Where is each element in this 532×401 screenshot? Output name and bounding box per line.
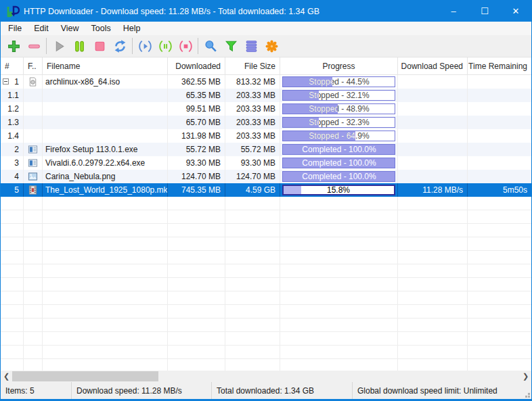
progress-cell: Stopped - 64.9%Stopped - 64.9% xyxy=(280,129,398,143)
filename-cell: The_Lost_World_1925_1080p.mkv xyxy=(43,183,168,197)
scroll-right-arrow[interactable]: ❯ xyxy=(520,371,531,382)
column-header-filename[interactable]: Filename xyxy=(43,57,168,74)
pause-button[interactable] xyxy=(69,37,89,55)
file-type-icon xyxy=(24,129,43,143)
menu-item-tools[interactable]: Tools xyxy=(85,22,117,35)
status-section-2: Total downloaded: 1.34 GB xyxy=(212,382,353,399)
column-header-f[interactable]: F.. xyxy=(24,57,43,74)
download-speed-cell xyxy=(398,143,468,156)
menu-item-view[interactable]: View xyxy=(55,22,85,35)
pause-all-button[interactable] xyxy=(155,37,175,55)
scroll-left-arrow[interactable]: ❮ xyxy=(1,371,12,382)
start-button[interactable] xyxy=(49,37,69,55)
toolbar-separator xyxy=(46,38,47,54)
progress-bar: Completed - 100.0% xyxy=(282,158,395,168)
stop-all-button[interactable] xyxy=(175,37,196,55)
menu-item-edit[interactable]: Edit xyxy=(28,22,55,35)
downloaded-cell: 65.70 MB xyxy=(168,116,225,129)
stop-button[interactable] xyxy=(89,37,110,55)
downloaded-cell: 65.35 MB xyxy=(168,89,225,102)
column-header-timeremaining[interactable]: Time Remaining xyxy=(468,57,531,74)
toolbar-separator xyxy=(132,38,133,54)
filter-button[interactable] xyxy=(221,37,241,55)
row-number: 1 xyxy=(1,75,24,89)
filename-cell: Carina_Nebula.png xyxy=(43,170,168,183)
maximize-button[interactable]: ☐ xyxy=(469,1,500,22)
table-row[interactable]: 1archlinux-x86_64.iso362.55 MB813.32 MBS… xyxy=(1,75,531,89)
menu-item-help[interactable]: Help xyxy=(117,22,147,35)
time-remaining-cell xyxy=(468,102,531,116)
minimize-button[interactable]: – xyxy=(438,1,469,22)
toolbar-separator xyxy=(198,38,198,54)
filename-cell xyxy=(43,116,168,129)
start-all-button[interactable] xyxy=(135,37,155,55)
options-button[interactable] xyxy=(261,37,282,55)
progress-cell: 15.8% xyxy=(280,183,398,197)
file-type-icon xyxy=(24,156,43,170)
collapse-toggle-icon[interactable] xyxy=(3,78,9,85)
file-type-icon xyxy=(24,89,43,102)
app-logo-icon xyxy=(6,5,20,18)
download-speed-cell xyxy=(398,75,468,89)
table-row[interactable]: 1.4131.98 MB203.33 MBStopped - 64.9%Stop… xyxy=(1,129,531,143)
progress-cell: Completed - 100.0% xyxy=(280,170,398,183)
status-section-1: Download speed: 11.28 MB/s xyxy=(72,382,212,399)
filename-cell xyxy=(43,129,168,143)
progress-label: Stopped - 48.9% xyxy=(283,104,338,114)
row-number: 5 xyxy=(1,183,24,197)
progress-label-overlay: Stopped - 44.5% xyxy=(283,77,332,87)
close-button[interactable]: ✕ xyxy=(500,1,531,22)
download-speed-cell xyxy=(398,102,468,116)
table-row[interactable]: 5The_Lost_World_1925_1080p.mkv745.35 MB4… xyxy=(1,183,531,197)
add-button[interactable] xyxy=(3,37,24,55)
file-type-icon xyxy=(24,143,43,156)
progress-cell: Stopped - 32.3%Stopped - 32.3% xyxy=(280,116,398,129)
file-type-icon xyxy=(24,170,43,183)
empty-list-area xyxy=(1,197,531,371)
time-remaining-cell xyxy=(468,129,531,143)
row-number: 1.4 xyxy=(1,129,24,143)
table-row[interactable]: 3Vivaldi.6.0.2979.22.x64.exe93.30 MB93.3… xyxy=(1,156,531,170)
time-remaining-cell xyxy=(468,170,531,183)
progress-label: Completed - 100.0% xyxy=(283,172,395,181)
search-button[interactable] xyxy=(200,37,221,55)
download-speed-cell xyxy=(398,170,468,183)
table-row[interactable]: 1.299.51 MB203.33 MBStopped - 48.9%Stopp… xyxy=(1,102,531,116)
list-header: #F..FilenameDownloadedFile SizeProgressD… xyxy=(1,57,531,75)
row-number: 4 xyxy=(1,170,24,183)
restart-button[interactable] xyxy=(110,37,130,55)
file-type-icon xyxy=(24,102,43,116)
progress-label-overlay: Stopped - 32.1% xyxy=(283,91,319,100)
progress-label-overlay: Stopped - 48.9% xyxy=(283,104,338,114)
queue-button[interactable] xyxy=(241,37,261,55)
progress-label: Stopped - 32.3% xyxy=(283,118,319,127)
table-row[interactable]: 2Firefox Setup 113.0.1.exe55.72 MB55.72 … xyxy=(1,143,531,156)
table-row[interactable]: 1.365.70 MB203.33 MBStopped - 32.3%Stopp… xyxy=(1,116,531,129)
status-section-3: Global download speed limit: Unlimited xyxy=(353,382,531,399)
progress-label: Completed - 100.0% xyxy=(283,145,395,154)
scrollbar-thumb[interactable] xyxy=(12,371,158,381)
table-row[interactable]: 4Carina_Nebula.png124.70 MB124.70 MBComp… xyxy=(1,170,531,183)
column-header-[interactable]: # xyxy=(1,57,24,74)
menu-item-file[interactable]: File xyxy=(2,22,28,35)
column-header-downloadspeed[interactable]: Download Speed xyxy=(398,57,468,74)
table-row[interactable]: 1.165.35 MB203.33 MBStopped - 32.1%Stopp… xyxy=(1,89,531,102)
file-type-icon xyxy=(24,183,43,197)
time-remaining-cell xyxy=(468,156,531,170)
column-header-downloaded[interactable]: Downloaded xyxy=(168,57,225,74)
download-speed-cell xyxy=(398,156,468,170)
progress-label: Stopped - 44.5% xyxy=(283,77,332,87)
download-speed-cell xyxy=(398,89,468,102)
row-number: 1.3 xyxy=(1,116,24,129)
progress-cell: Stopped - 32.1%Stopped - 32.1% xyxy=(280,89,398,102)
column-header-filesize[interactable]: File Size xyxy=(225,57,280,74)
progress-bar: Completed - 100.0% xyxy=(282,171,395,182)
progress-bar: Stopped - 32.3%Stopped - 32.3% xyxy=(282,117,395,128)
app-window: HTTP Downloader - Download speed: 11.28 … xyxy=(0,0,532,401)
row-number: 3 xyxy=(1,156,24,170)
progress-bar: Stopped - 64.9%Stopped - 64.9% xyxy=(282,131,395,141)
resize-grip[interactable] xyxy=(528,396,530,398)
column-header-progress[interactable]: Progress xyxy=(280,57,398,74)
time-remaining-cell xyxy=(468,75,531,89)
remove-button[interactable] xyxy=(24,37,44,55)
